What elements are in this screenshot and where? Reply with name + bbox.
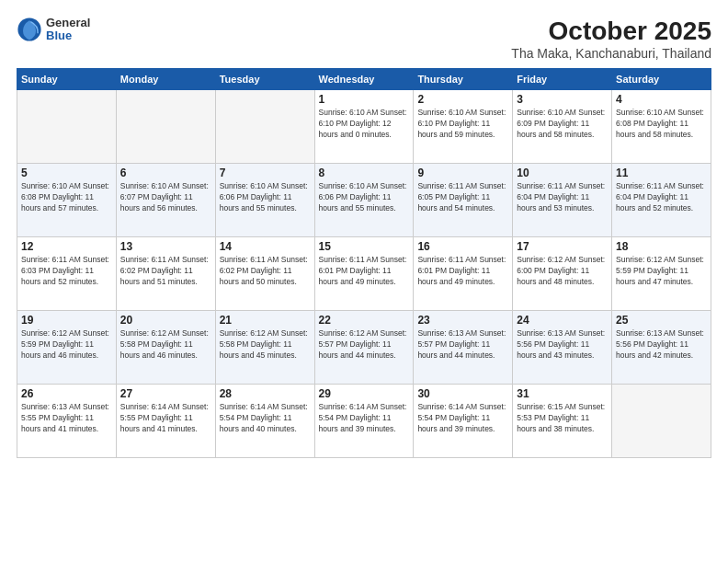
day-number: 23 [417, 314, 508, 327]
calendar-cell: 26Sunrise: 6:13 AM Sunset: 5:55 PM Dayli… [17, 385, 117, 458]
day-info: Sunrise: 6:10 AM Sunset: 6:08 PM Dayligh… [21, 181, 112, 214]
day-number: 8 [319, 167, 410, 179]
weekday-header-sunday: Sunday [17, 69, 117, 90]
day-number: 6 [120, 167, 211, 179]
day-info: Sunrise: 6:14 AM Sunset: 5:54 PM Dayligh… [220, 402, 311, 435]
calendar-cell: 11Sunrise: 6:11 AM Sunset: 6:04 PM Dayli… [612, 164, 711, 237]
calendar-cell: 3Sunrise: 6:10 AM Sunset: 6:09 PM Daylig… [513, 90, 612, 164]
calendar-cell: 25Sunrise: 6:13 AM Sunset: 5:56 PM Dayli… [612, 311, 711, 385]
calendar-cell: 16Sunrise: 6:11 AM Sunset: 6:01 PM Dayli… [414, 237, 513, 311]
day-number: 16 [417, 240, 508, 253]
calendar-cell: 31Sunrise: 6:15 AM Sunset: 5:53 PM Dayli… [513, 385, 612, 458]
day-number: 1 [319, 93, 410, 106]
title-section: October 2025 Tha Maka, Kanchanaburi, Tha… [511, 17, 711, 61]
calendar-cell: 30Sunrise: 6:14 AM Sunset: 5:54 PM Dayli… [414, 385, 513, 458]
day-info: Sunrise: 6:13 AM Sunset: 5:56 PM Dayligh… [517, 328, 608, 362]
day-number: 13 [120, 240, 211, 253]
calendar-cell [612, 385, 711, 458]
day-number: 11 [616, 167, 707, 179]
calendar-cell: 5Sunrise: 6:10 AM Sunset: 6:08 PM Daylig… [17, 164, 117, 237]
calendar-cell: 4Sunrise: 6:10 AM Sunset: 6:08 PM Daylig… [612, 90, 711, 164]
weekday-header-wednesday: Wednesday [314, 69, 414, 90]
day-number: 10 [517, 167, 608, 179]
day-number: 2 [417, 93, 508, 106]
day-info: Sunrise: 6:14 AM Sunset: 5:55 PM Dayligh… [120, 402, 211, 435]
day-number: 31 [517, 387, 608, 400]
day-info: Sunrise: 6:13 AM Sunset: 5:55 PM Dayligh… [21, 402, 112, 435]
day-info: Sunrise: 6:10 AM Sunset: 6:10 PM Dayligh… [417, 108, 508, 141]
calendar-cell: 15Sunrise: 6:11 AM Sunset: 6:01 PM Dayli… [314, 237, 414, 311]
day-info: Sunrise: 6:10 AM Sunset: 6:07 PM Dayligh… [120, 181, 211, 214]
weekday-header-thursday: Thursday [414, 69, 513, 90]
day-number: 29 [319, 387, 410, 400]
day-info: Sunrise: 6:11 AM Sunset: 6:04 PM Dayligh… [616, 181, 707, 214]
calendar-cell: 24Sunrise: 6:13 AM Sunset: 5:56 PM Dayli… [513, 311, 612, 385]
calendar-cell: 18Sunrise: 6:12 AM Sunset: 5:59 PM Dayli… [612, 237, 711, 311]
day-number: 28 [220, 387, 311, 400]
logo-icon [17, 17, 42, 42]
day-number: 27 [120, 387, 211, 400]
weekday-header-friday: Friday [513, 69, 612, 90]
day-info: Sunrise: 6:10 AM Sunset: 6:10 PM Dayligh… [319, 108, 410, 141]
logo: General Blue [17, 17, 90, 43]
logo-general-text: General [46, 17, 90, 29]
day-info: Sunrise: 6:13 AM Sunset: 5:57 PM Dayligh… [417, 328, 508, 362]
day-number: 25 [616, 314, 707, 327]
calendar-cell: 22Sunrise: 6:12 AM Sunset: 5:57 PM Dayli… [314, 311, 414, 385]
calendar-cell: 29Sunrise: 6:14 AM Sunset: 5:54 PM Dayli… [314, 385, 414, 458]
calendar-cell: 7Sunrise: 6:10 AM Sunset: 6:06 PM Daylig… [215, 164, 314, 237]
day-info: Sunrise: 6:12 AM Sunset: 5:57 PM Dayligh… [319, 328, 410, 362]
calendar-cell: 20Sunrise: 6:12 AM Sunset: 5:58 PM Dayli… [116, 311, 215, 385]
calendar-cell: 28Sunrise: 6:14 AM Sunset: 5:54 PM Dayli… [215, 385, 314, 458]
day-info: Sunrise: 6:11 AM Sunset: 6:03 PM Dayligh… [21, 255, 112, 288]
calendar-cell: 12Sunrise: 6:11 AM Sunset: 6:03 PM Dayli… [17, 237, 117, 311]
day-number: 30 [417, 387, 508, 400]
day-number: 18 [616, 240, 707, 253]
day-info: Sunrise: 6:10 AM Sunset: 6:06 PM Dayligh… [220, 181, 311, 214]
calendar-cell: 8Sunrise: 6:10 AM Sunset: 6:06 PM Daylig… [314, 164, 414, 237]
day-number: 9 [417, 167, 508, 179]
day-info: Sunrise: 6:10 AM Sunset: 6:08 PM Dayligh… [616, 108, 707, 141]
calendar-cell: 13Sunrise: 6:11 AM Sunset: 6:02 PM Dayli… [116, 237, 215, 311]
day-number: 4 [616, 93, 707, 106]
day-number: 17 [517, 240, 608, 253]
day-info: Sunrise: 6:12 AM Sunset: 5:58 PM Dayligh… [120, 328, 211, 362]
location: Tha Maka, Kanchanaburi, Thailand [511, 46, 711, 61]
calendar-cell: 2Sunrise: 6:10 AM Sunset: 6:10 PM Daylig… [414, 90, 513, 164]
calendar-cell [17, 90, 117, 164]
day-info: Sunrise: 6:14 AM Sunset: 5:54 PM Dayligh… [417, 402, 508, 435]
calendar-cell: 14Sunrise: 6:11 AM Sunset: 6:02 PM Dayli… [215, 237, 314, 311]
day-info: Sunrise: 6:11 AM Sunset: 6:02 PM Dayligh… [220, 255, 311, 288]
day-info: Sunrise: 6:11 AM Sunset: 6:01 PM Dayligh… [319, 255, 410, 288]
day-info: Sunrise: 6:11 AM Sunset: 6:02 PM Dayligh… [120, 255, 211, 288]
calendar-cell: 10Sunrise: 6:11 AM Sunset: 6:04 PM Dayli… [513, 164, 612, 237]
day-number: 3 [517, 93, 608, 106]
logo-blue-text: Blue [46, 29, 90, 42]
day-number: 5 [21, 167, 112, 179]
day-info: Sunrise: 6:12 AM Sunset: 5:59 PM Dayligh… [21, 328, 112, 362]
day-info: Sunrise: 6:10 AM Sunset: 6:06 PM Dayligh… [319, 181, 410, 214]
day-number: 7 [220, 167, 311, 179]
day-number: 14 [220, 240, 311, 253]
day-number: 20 [120, 314, 211, 327]
day-number: 21 [220, 314, 311, 327]
day-info: Sunrise: 6:13 AM Sunset: 5:56 PM Dayligh… [616, 328, 707, 362]
day-info: Sunrise: 6:12 AM Sunset: 5:59 PM Dayligh… [616, 255, 707, 288]
day-number: 22 [319, 314, 410, 327]
day-info: Sunrise: 6:12 AM Sunset: 6:00 PM Dayligh… [517, 255, 608, 288]
calendar-cell [116, 90, 215, 164]
day-number: 24 [517, 314, 608, 327]
calendar-cell [215, 90, 314, 164]
calendar: SundayMondayTuesdayWednesdayThursdayFrid… [17, 68, 711, 458]
day-info: Sunrise: 6:12 AM Sunset: 5:58 PM Dayligh… [220, 328, 311, 362]
weekday-header-tuesday: Tuesday [215, 69, 314, 90]
day-number: 15 [319, 240, 410, 253]
weekday-header-monday: Monday [116, 69, 215, 90]
calendar-cell: 23Sunrise: 6:13 AM Sunset: 5:57 PM Dayli… [414, 311, 513, 385]
day-info: Sunrise: 6:11 AM Sunset: 6:04 PM Dayligh… [517, 181, 608, 214]
calendar-cell: 27Sunrise: 6:14 AM Sunset: 5:55 PM Dayli… [116, 385, 215, 458]
day-info: Sunrise: 6:10 AM Sunset: 6:09 PM Dayligh… [517, 108, 608, 141]
calendar-cell: 19Sunrise: 6:12 AM Sunset: 5:59 PM Dayli… [17, 311, 117, 385]
weekday-header-saturday: Saturday [612, 69, 711, 90]
day-number: 12 [21, 240, 112, 253]
